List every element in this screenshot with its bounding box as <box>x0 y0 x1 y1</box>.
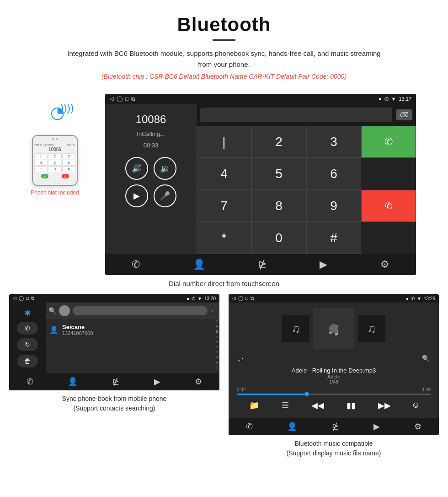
dial-key-0[interactable]: 0 <box>251 222 306 254</box>
music-shuffle-icon[interactable]: ⇌ <box>238 355 244 363</box>
volume-up-button[interactable]: 🔊 <box>125 157 148 180</box>
back-icon: ◁ <box>110 96 114 102</box>
music-album-small-left: ♫ <box>282 315 309 342</box>
phone-key-4[interactable]: 4 <box>34 160 48 166</box>
transfer-button[interactable]: ▶ <box>125 184 148 207</box>
pb-alpha-e: E <box>216 345 219 350</box>
pb-statusbar: ◁ ◯ □ ⧉ ● ✆ ▼ 13:20 <box>9 294 219 303</box>
pb-wifi-icon: ▼ <box>197 296 202 301</box>
music-navbar-person-icon[interactable]: 👤 <box>287 421 297 432</box>
phone-key-1[interactable]: 1 <box>34 153 48 159</box>
pb-contact-number: 13241007000 <box>62 330 93 336</box>
pb-signal-icon: ✆ <box>192 296 195 301</box>
navbar-settings-icon[interactable]: ⚙ <box>380 259 389 270</box>
phone-call-button[interactable]: ✆ <box>41 174 48 178</box>
statusbar-nav-icons: ◁ ◯ □ ⧉ <box>110 96 135 102</box>
delete-button[interactable]: ⌫ <box>396 109 412 120</box>
pb-contact-list: 👤 Seicane 13241007000 * A B C D <box>46 319 219 341</box>
delete-icon: ⌫ <box>400 111 409 119</box>
pb-refresh-button[interactable]: ↻ <box>17 338 38 351</box>
music-navbar-call-icon[interactable]: ✆ <box>246 421 253 432</box>
dial-key-1[interactable]: | <box>197 126 251 158</box>
volume-up-icon: 🔊 <box>132 163 142 173</box>
bottom-section: ◁ ◯ □ ⧉ ● ✆ ▼ 13:20 ✱ ✆ <box>0 294 448 471</box>
phone-camera-icon <box>52 138 54 140</box>
pb-backspace-icon[interactable]: ← <box>210 307 217 314</box>
phone-dialed-number: 10086 <box>34 147 75 152</box>
transfer-icon: ▶ <box>133 191 140 201</box>
pb-alpha-g: G <box>216 355 219 360</box>
dial-key-9[interactable]: 9 <box>306 190 361 222</box>
pb-time-display: 13:20 <box>204 296 216 301</box>
call-screen-navbar: ✆ 👤 ⋭ ▶ ⚙ <box>105 254 416 275</box>
call-extra-controls: ▶ 🎤 <box>125 184 176 207</box>
phone-hangup-button[interactable]: ✆ <box>62 174 69 178</box>
music-note-icon-left: ♫ <box>291 322 300 336</box>
music-track-pages: 1/48 <box>292 379 376 384</box>
pb-status-right: ● ✆ ▼ 13:20 <box>187 296 216 301</box>
dial-key-6[interactable]: 6 <box>306 158 361 190</box>
volume-down-button[interactable]: 🔉 <box>154 157 176 180</box>
music-playback-controls: 📁 ☰ ◀◀ ▮▮ ▶▶ ⎉ <box>233 399 434 412</box>
pb-call-button[interactable]: ✆ <box>17 322 38 335</box>
pb-navbar-settings-icon[interactable]: ⚙ <box>195 377 202 387</box>
mic-button[interactable]: 🎤 <box>154 184 176 207</box>
navbar-contacts-icon[interactable]: 👤 <box>193 259 205 270</box>
music-screen: ◁ ◯ □ ⧉ ● ✆ ▼ 13:26 ♫ <box>229 294 439 435</box>
music-equalizer-icon[interactable]: ⎉ <box>413 400 418 411</box>
music-progress-bar[interactable] <box>237 394 431 395</box>
music-total-time: 3:49 <box>422 387 431 392</box>
pb-navbar-person-icon[interactable]: 👤 <box>68 377 78 387</box>
dial-key-2[interactable]: 2 <box>251 126 306 158</box>
call-answer-button[interactable]: ✆ <box>361 126 416 158</box>
pb-search-input[interactable] <box>73 306 208 315</box>
pb-home-icon: ◯ <box>19 296 24 301</box>
dial-key-7[interactable]: 7 <box>197 190 251 222</box>
dial-key-star[interactable]: * <box>197 222 251 254</box>
music-home-icon: ◯ <box>238 296 243 301</box>
navbar-dialpad-icon[interactable]: ⋭ <box>258 259 267 270</box>
dial-key-4[interactable]: 4 <box>197 158 251 190</box>
wifi-icon: ▼ <box>391 96 396 102</box>
music-album-cover: ♫ <box>313 308 354 349</box>
pb-delete-button[interactable]: 🗑 <box>17 355 38 367</box>
pb-navbar-grid-icon[interactable]: ⋭ <box>112 377 119 387</box>
phone-key-5[interactable]: 5 <box>48 160 61 166</box>
dial-key-8[interactable]: 8 <box>251 190 306 222</box>
music-folder-icon[interactable]: 📁 <box>249 400 259 411</box>
pb-alpha-i: I <box>216 365 219 370</box>
pb-contact-item[interactable]: 👤 Seicane 13241007000 <box>46 319 219 341</box>
pb-body: ✱ ✆ ↻ 🗑 🔍 <box>9 303 219 373</box>
music-play-pause-icon[interactable]: ▮▮ <box>347 400 356 411</box>
pb-navbar-transfer-icon[interactable]: ▶ <box>154 377 160 387</box>
page-title: Bluetooth <box>18 14 430 36</box>
clock-display: 13:17 <box>399 96 411 102</box>
music-prev-icon[interactable]: ◀◀ <box>311 400 324 411</box>
pb-contact-name: Seicane <box>62 324 93 330</box>
music-navbar-grid-icon[interactable]: ⋭ <box>332 421 339 432</box>
pb-location-icon: ● <box>187 296 189 301</box>
music-playlist-icon[interactable]: ☰ <box>282 400 289 411</box>
main-screen-wrapper: ◁ ◯ □ ⧉ ● ✆ ▼ 13:17 10086 InCalling... <box>101 85 439 275</box>
phone-key-3[interactable]: 3 <box>62 153 75 159</box>
music-current-time: 2:02 <box>237 387 245 392</box>
phone-key-6[interactable]: 6 <box>62 160 75 166</box>
music-next-icon[interactable]: ▶▶ <box>378 400 391 411</box>
phone-key-hash[interactable]: # <box>62 166 75 172</box>
music-navbar-transfer-icon[interactable]: ▶ <box>373 421 380 432</box>
navbar-transfer-icon[interactable]: ▶ <box>320 259 327 270</box>
dial-key-5[interactable]: 5 <box>251 158 306 190</box>
music-navbar-settings-icon[interactable]: ⚙ <box>414 421 421 432</box>
phone-key-0[interactable]: 0 <box>48 166 61 172</box>
phone-key-2[interactable]: 2 <box>48 153 61 159</box>
dial-key-3[interactable]: 3 <box>306 126 361 158</box>
pb-nav-icons: ◁ ◯ □ ⧉ <box>13 296 34 301</box>
pb-navbar-call-icon[interactable]: ✆ <box>27 377 33 387</box>
music-album-dot <box>329 324 338 333</box>
dial-key-hash[interactable]: # <box>306 222 361 254</box>
call-text-field[interactable] <box>200 108 392 122</box>
music-search-icon[interactable]: 🔍 <box>422 355 430 363</box>
phone-key-star[interactable]: * <box>34 166 48 172</box>
call-hangup-button[interactable]: ✆ <box>361 190 416 222</box>
navbar-call-icon[interactable]: ✆ <box>132 259 140 270</box>
